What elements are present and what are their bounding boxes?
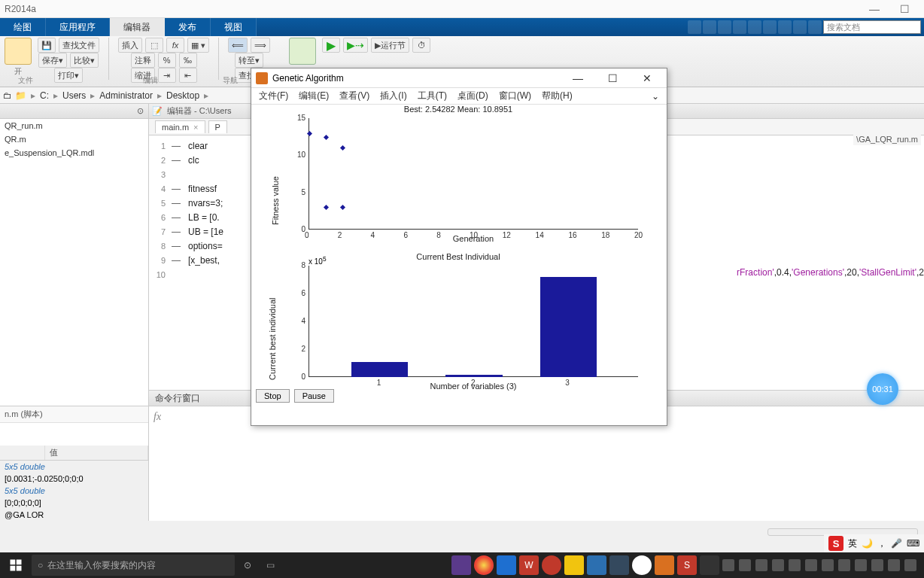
path-seg[interactable]: Administrator	[99, 90, 153, 101]
app-icon[interactable]	[609, 555, 629, 575]
recording-timer-badge[interactable]: 00:31	[867, 373, 898, 405]
tray-icon[interactable]	[805, 559, 817, 571]
app-icon[interactable]	[587, 555, 606, 575]
menu-file[interactable]: 文件(F)	[259, 90, 288, 102]
comment-button[interactable]: 注释	[131, 53, 155, 68]
taskbar-app[interactable]	[451, 555, 471, 575]
tray-icon[interactable]	[755, 559, 767, 571]
app-icon[interactable]	[700, 555, 719, 575]
menu-window[interactable]: 窗口(W)	[499, 90, 531, 102]
tab-plot[interactable]: 绘图	[0, 18, 46, 36]
minimize-button[interactable]: —	[859, 3, 889, 15]
wifi-icon[interactable]	[871, 559, 883, 571]
path-seg[interactable]: Users	[62, 90, 86, 101]
qat-icon[interactable]	[748, 20, 761, 34]
tray-icon[interactable]	[739, 559, 751, 571]
minimize-button[interactable]: —	[563, 72, 593, 84]
tray-icon[interactable]	[722, 559, 734, 571]
ga-figure-window[interactable]: Genetic Algorithm — ☐ ✕ 文件(F) 编辑(E) 查看(V…	[251, 68, 667, 426]
matlab-taskbar-icon[interactable]	[655, 555, 674, 575]
ga-titlebar[interactable]: Genetic Algorithm — ☐ ✕	[251, 68, 667, 88]
workspace-value[interactable]: 5x5 double	[0, 461, 148, 473]
menu-tools[interactable]: 工具(T)	[418, 90, 447, 102]
tab-publish[interactable]: 发布	[165, 18, 211, 36]
workspace-value[interactable]: [0.0031;-0.0250;0;0;0	[0, 473, 148, 485]
comment-tool2[interactable]: ‰	[179, 53, 197, 68]
vscode-icon[interactable]	[497, 555, 516, 575]
sogou-icon[interactable]: S	[828, 536, 843, 551]
breakpoint-button[interactable]	[289, 38, 316, 65]
workspace-value[interactable]: @GA LOR	[0, 509, 148, 521]
help-icon[interactable]	[808, 20, 822, 34]
tray-icon[interactable]	[822, 559, 834, 571]
menu-desktop[interactable]: 桌面(D)	[457, 90, 488, 102]
menu-view[interactable]: 查看(V)	[339, 90, 369, 102]
goto-button[interactable]: 转至 ▾	[235, 53, 263, 68]
find-files-button[interactable]: 查找文件	[59, 38, 99, 53]
editor-tab-2[interactable]: P	[208, 120, 227, 133]
qat-icon[interactable]	[718, 20, 731, 34]
tray-icon[interactable]	[789, 559, 801, 571]
file-item[interactable]: e_Suspension_LQR.mdl	[0, 146, 148, 160]
moon-icon[interactable]: 🌙	[862, 538, 873, 549]
panel-menu-icon[interactable]: ⊙	[137, 106, 144, 116]
editor-tab-main[interactable]: main.m×	[155, 120, 205, 133]
close-icon[interactable]: ×	[193, 123, 198, 132]
sogou-taskbar-icon[interactable]: S	[677, 555, 697, 575]
comma-icon[interactable]: ，	[877, 537, 886, 550]
path-seg[interactable]: C:	[40, 90, 49, 101]
stop-button[interactable]: Stop	[256, 389, 290, 403]
keyboard-icon[interactable]: ⌨	[907, 538, 919, 549]
tab-editor[interactable]: 编辑器	[110, 18, 165, 36]
menu-insert[interactable]: 插入(I)	[380, 90, 406, 102]
maximize-button[interactable]: ☐	[597, 72, 628, 84]
taskbar-search[interactable]: ○ 在这里输入你要搜索的内容	[32, 555, 235, 576]
new-file-button[interactable]	[5, 38, 32, 65]
save-dd[interactable]: 保存 ▾	[38, 53, 67, 68]
chrome-icon[interactable]	[474, 555, 494, 575]
editor-tab-right-path[interactable]: \GA_LQR_run.m	[853, 133, 921, 145]
task-view-icon[interactable]: ▭	[260, 560, 280, 570]
explorer-icon[interactable]	[564, 555, 584, 575]
wps-icon[interactable]: W	[519, 555, 539, 575]
outdent-tool[interactable]: ⇤	[179, 68, 197, 83]
print-button[interactable]: 打印 ▾	[54, 68, 83, 83]
section-button[interactable]: ▦ ▾	[187, 38, 209, 53]
save-button[interactable]: 💾	[38, 38, 56, 53]
run-advance-button[interactable]: ▶⇢	[343, 38, 368, 53]
run-button[interactable]: ▶	[322, 38, 340, 53]
run-section-button[interactable]: ▶ 运行节	[371, 38, 409, 53]
netease-icon[interactable]	[542, 555, 561, 575]
back-button[interactable]: ⟸	[228, 38, 248, 53]
maximize-button[interactable]: ☐	[889, 3, 919, 15]
qat-icon[interactable]	[703, 20, 716, 34]
tray-icon[interactable]	[838, 559, 850, 571]
menu-edit[interactable]: 编辑(E)	[299, 90, 329, 102]
start-button[interactable]	[3, 555, 29, 576]
qat-icon[interactable]	[688, 20, 701, 34]
cortana-mic-icon[interactable]: ⊙	[238, 560, 257, 570]
doc-search-input[interactable]: 搜索文档	[823, 20, 921, 34]
fx-button[interactable]: fx	[166, 38, 184, 53]
workspace-value[interactable]: 5x5 double	[0, 485, 148, 497]
tab-view[interactable]: 视图	[211, 18, 257, 36]
menu-help[interactable]: 帮助(H)	[542, 90, 573, 102]
file-item[interactable]: QR_run.m	[0, 119, 148, 132]
mic-icon[interactable]: 🎤	[891, 538, 902, 549]
run-timing-button[interactable]: ⏱	[412, 38, 430, 53]
volume-icon[interactable]	[888, 559, 900, 571]
comment-tool[interactable]: %	[158, 53, 176, 68]
menu-more-icon[interactable]: ⌄	[652, 91, 659, 102]
insert-button[interactable]: 插入	[118, 38, 142, 53]
close-button[interactable]: ✕	[632, 72, 662, 84]
path-seg[interactable]: Desktop	[166, 90, 199, 101]
app-icon[interactable]	[632, 555, 652, 575]
pause-button[interactable]: Pause	[294, 389, 334, 403]
compare-button[interactable]: 比较 ▾	[70, 53, 99, 68]
indent-tool[interactable]: ⇥	[158, 68, 176, 83]
qat-icon[interactable]	[793, 20, 807, 34]
ime-lang[interactable]: 英	[848, 537, 857, 550]
network-icon[interactable]	[904, 559, 916, 571]
tray-icon[interactable]	[772, 559, 784, 571]
qat-icon[interactable]	[778, 20, 792, 34]
